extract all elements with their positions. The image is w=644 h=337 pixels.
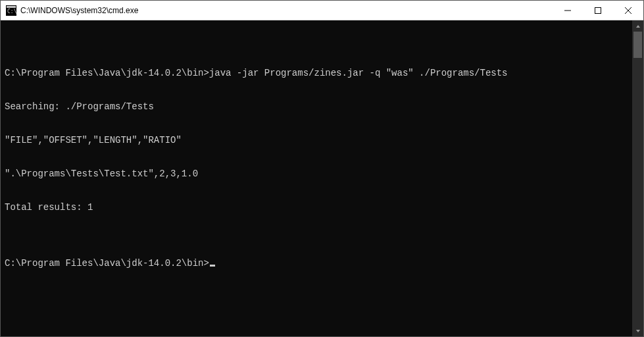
- cmd-icon: C:\: [6, 5, 16, 16]
- scroll-up-button[interactable]: [632, 20, 643, 32]
- terminal-prompt-line: C:\Program Files\Java\jdk-14.0.2\bin>: [5, 258, 628, 269]
- close-button[interactable]: [613, 1, 643, 20]
- svg-rect-4: [595, 7, 601, 13]
- window-titlebar[interactable]: C:\ C:\WINDOWS\system32\cmd.exe: [1, 1, 643, 20]
- svg-rect-1: [7, 6, 16, 8]
- terminal-line: ".\Programs\Tests\Test.txt",2,3,1.0: [5, 168, 628, 180]
- maximize-button[interactable]: [583, 1, 613, 20]
- vertical-scrollbar[interactable]: [632, 20, 643, 336]
- minimize-button[interactable]: [553, 1, 583, 20]
- terminal-prompt: C:\Program Files\Java\jdk-14.0.2\bin>: [5, 258, 209, 269]
- svg-text:C:\: C:\: [7, 9, 16, 14]
- scroll-thumb[interactable]: [633, 32, 642, 58]
- svg-marker-7: [636, 25, 640, 28]
- terminal-output[interactable]: C:\Program Files\Java\jdk-14.0.2\bin>jav…: [1, 20, 632, 336]
- window-title: C:\WINDOWS\system32\cmd.exe: [20, 6, 138, 15]
- cursor-icon: [210, 265, 215, 267]
- terminal-line: "FILE","OFFSET","LENGTH","RATIO": [5, 135, 628, 146]
- terminal-line: Total results: 1: [5, 202, 628, 213]
- scroll-down-button[interactable]: [632, 325, 643, 336]
- terminal-line: C:\Program Files\Java\jdk-14.0.2\bin>jav…: [5, 68, 628, 79]
- terminal-area: C:\Program Files\Java\jdk-14.0.2\bin>jav…: [1, 20, 643, 336]
- svg-marker-8: [636, 330, 640, 332]
- terminal-line: Searching: ./Programs/Tests: [5, 101, 628, 113]
- window-controls: [553, 1, 643, 20]
